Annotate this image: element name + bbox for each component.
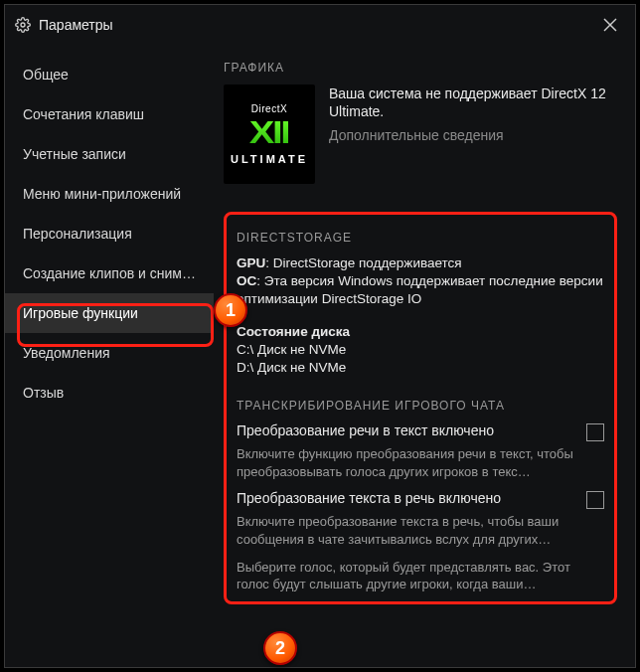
graphics-heading: ГРАФИКА (224, 61, 617, 75)
speech-to-text-label: Преобразование речи в текст включено (237, 422, 576, 438)
directstorage-info: GPU: DirectStorage поддерживается ОС: Эт… (237, 254, 604, 377)
text-to-speech-checkbox[interactable] (586, 491, 604, 509)
sidebar-item-captures[interactable]: Создание клипов и сним… (5, 253, 214, 293)
directx-message: Ваша система не поддерживает DirectX 12 … (329, 84, 617, 120)
directstorage-heading: DIRECTSTORAGE (237, 231, 604, 245)
directx-ultimate-label: ULTIMATE (231, 153, 308, 165)
gpu-status: : DirectStorage поддерживается (265, 255, 461, 270)
directx-row: DirectX XII ULTIMATE Ваша система не под… (224, 84, 617, 184)
sidebar-item-shortcuts[interactable]: Сочетания клавиш (5, 94, 214, 134)
transcribe-heading: ТРАНСКРИБИРОВАНИЕ ИГРОВОГО ЧАТА (237, 399, 604, 413)
sidebar-item-notifications[interactable]: Уведомления (5, 333, 214, 373)
sidebar-item-widgets-menu[interactable]: Меню мини-приложений (5, 174, 214, 214)
svg-point-0 (21, 23, 25, 27)
os-status: : Эта версия Windows поддерживает послед… (237, 273, 603, 306)
disk-d-status: D:\ Диск не NVMe (237, 359, 604, 377)
directx-label: DirectX (251, 103, 287, 114)
directx-badge: DirectX XII ULTIMATE (224, 84, 315, 184)
close-icon (603, 18, 617, 32)
window-title: Параметры (39, 17, 113, 33)
sidebar: Общее Сочетания клавиш Учетные записи Ме… (5, 45, 214, 667)
speech-to-text-description: Включите функцию преобразования речи в т… (237, 445, 604, 480)
disk-c-status: C:\ Диск не NVMe (237, 341, 604, 359)
directx-more-link[interactable]: Дополнительные сведения (329, 126, 504, 144)
sidebar-item-personalization[interactable]: Персонализация (5, 214, 214, 253)
sidebar-item-accounts[interactable]: Учетные записи (5, 134, 214, 174)
voice-select-description: Выберите голос, который будет представля… (237, 559, 604, 593)
annotation-callout-2: 2 (263, 631, 297, 665)
directx-12-icon: XII (249, 116, 289, 148)
settings-window: Параметры Общее Сочетания клавиш Учетные… (4, 4, 636, 668)
gpu-label: GPU (237, 255, 265, 270)
os-label: ОС (237, 273, 256, 288)
text-to-speech-description: Включите преобразование текста в речь, ч… (237, 513, 604, 548)
gear-icon (15, 17, 31, 33)
text-to-speech-label: Преобразование текста в речь включено (237, 490, 576, 506)
disk-status-heading: Состояние диска (237, 324, 350, 339)
sidebar-item-gaming-features[interactable]: Игровые функции (5, 293, 214, 333)
titlebar: Параметры (5, 5, 635, 45)
sidebar-item-feedback[interactable]: Отзыв (5, 373, 214, 413)
annotation-callout-1: 1 (214, 293, 247, 327)
content-pane: ГРАФИКА DirectX XII ULTIMATE Ваша систем… (214, 45, 635, 667)
speech-to-text-checkbox[interactable] (586, 423, 604, 441)
highlighted-section: DIRECTSTORAGE GPU: DirectStorage поддерж… (224, 212, 617, 604)
close-button[interactable] (595, 10, 625, 40)
sidebar-item-general[interactable]: Общее (5, 55, 214, 94)
